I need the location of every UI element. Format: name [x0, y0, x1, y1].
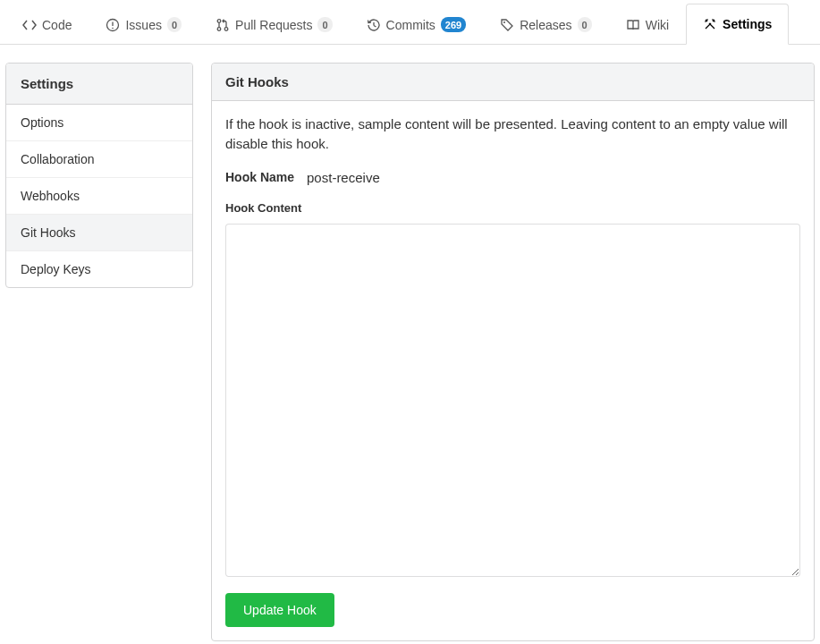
hook-name-label: Hook Name [225, 170, 294, 184]
book-icon [626, 18, 640, 32]
hook-content-textarea[interactable] [225, 224, 800, 577]
tools-icon [703, 17, 717, 31]
sidebar-item-githooks[interactable]: Git Hooks [6, 215, 192, 251]
tab-pulls-label: Pull Requests [235, 18, 312, 32]
issue-icon [106, 18, 120, 32]
tag-icon [500, 18, 514, 32]
pulls-count-badge: 0 [317, 17, 332, 32]
tab-issues[interactable]: Issues 0 [89, 4, 199, 45]
tab-wiki[interactable]: Wiki [609, 4, 686, 45]
tab-releases-label: Releases [520, 18, 571, 32]
tab-releases[interactable]: Releases 0 [483, 4, 609, 45]
releases-count-badge: 0 [578, 17, 592, 32]
update-hook-button[interactable]: Update Hook [225, 593, 334, 627]
svg-point-5 [224, 27, 228, 30]
issues-count-badge: 0 [167, 17, 182, 32]
sidebar-item-options[interactable]: Options [6, 105, 192, 141]
sidebar-item-collaboration[interactable]: Collaboration [6, 141, 192, 178]
tab-pulls[interactable]: Pull Requests 0 [199, 4, 350, 45]
panel-title: Git Hooks [212, 64, 814, 101]
commits-count-badge: 269 [441, 17, 466, 32]
tab-code-label: Code [42, 18, 72, 32]
sidebar-item-webhooks[interactable]: Webhooks [6, 178, 192, 215]
svg-point-9 [503, 21, 505, 23]
settings-sidebar: Settings Options Collaboration Webhooks … [5, 63, 193, 288]
tab-settings[interactable]: Settings [686, 4, 789, 45]
tab-wiki-label: Wiki [646, 18, 669, 32]
hook-name-row: Hook Name post-receive [225, 170, 800, 185]
commit-history-icon [367, 18, 381, 32]
tab-commits-label: Commits [386, 18, 435, 32]
help-text: If the hook is inactive, sample content … [225, 114, 800, 154]
repo-tabs: Code Issues 0 Pull Requests 0 Commits 26… [0, 0, 820, 45]
hook-content-label: Hook Content [225, 201, 800, 215]
tab-code[interactable]: Code [5, 4, 89, 45]
code-icon [22, 18, 37, 32]
content-container: Settings Options Collaboration Webhooks … [0, 45, 820, 644]
tab-issues-label: Issues [125, 18, 161, 32]
git-pull-icon [216, 18, 230, 32]
tab-commits[interactable]: Commits 269 [350, 4, 484, 45]
svg-point-3 [217, 19, 221, 22]
svg-line-8 [374, 25, 376, 27]
panel-body: If the hook is inactive, sample content … [212, 101, 814, 640]
sidebar-header: Settings [6, 64, 192, 105]
main-panel: Git Hooks If the hook is inactive, sampl… [211, 63, 815, 641]
sidebar-item-deploykeys[interactable]: Deploy Keys [6, 251, 192, 287]
hook-name-value: post-receive [307, 170, 380, 185]
tab-settings-label: Settings [723, 17, 772, 31]
svg-point-4 [217, 27, 221, 30]
svg-point-2 [113, 27, 114, 29]
